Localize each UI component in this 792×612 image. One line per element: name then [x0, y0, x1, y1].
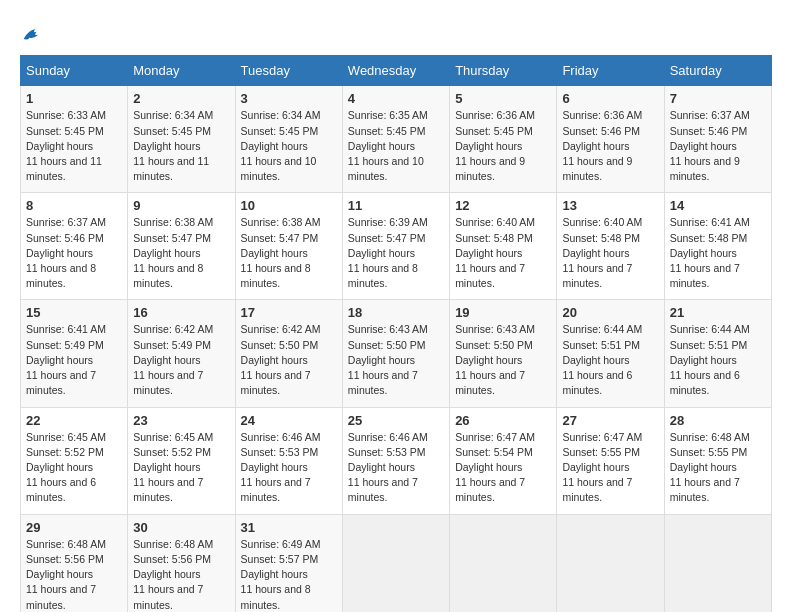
daylight-label: Daylight hours — [562, 461, 629, 473]
cell-info: Sunrise: 6:35 AMSunset: 5:45 PMDaylight … — [348, 108, 444, 184]
calendar-cell — [664, 514, 771, 612]
sunrise-time: 6:40 AM — [604, 216, 643, 228]
sunset-time: 5:45 PM — [386, 125, 425, 137]
header-monday: Monday — [128, 56, 235, 86]
cell-info: Sunrise: 6:33 AMSunset: 5:45 PMDaylight … — [26, 108, 122, 184]
sunset-label: Sunset: — [241, 446, 280, 458]
daylight-label: Daylight hours — [562, 354, 629, 366]
calendar-cell: 28Sunrise: 6:48 AMSunset: 5:55 PMDayligh… — [664, 407, 771, 514]
day-number: 3 — [241, 91, 337, 106]
sunrise-time: 6:46 AM — [282, 431, 321, 443]
sunrise-label: Sunrise: — [562, 216, 603, 228]
sunset-label: Sunset: — [241, 339, 280, 351]
sunrise-label: Sunrise: — [133, 538, 174, 550]
calendar-cell: 5Sunrise: 6:36 AMSunset: 5:45 PMDaylight… — [450, 86, 557, 193]
day-number: 30 — [133, 520, 229, 535]
daylight-label: Daylight hours — [670, 461, 737, 473]
cell-info: Sunrise: 6:34 AMSunset: 5:45 PMDaylight … — [241, 108, 337, 184]
sunset-label: Sunset: — [562, 339, 601, 351]
sunset-time: 5:50 PM — [279, 339, 318, 351]
day-number: 1 — [26, 91, 122, 106]
daylight-label: Daylight hours — [348, 461, 415, 473]
sunrise-label: Sunrise: — [133, 431, 174, 443]
day-number: 24 — [241, 413, 337, 428]
sunrise-time: 6:43 AM — [497, 323, 536, 335]
day-number: 8 — [26, 198, 122, 213]
daylight-label: Daylight hours — [26, 247, 93, 259]
sunrise-time: 6:45 AM — [67, 431, 106, 443]
sunset-label: Sunset: — [562, 125, 601, 137]
sunrise-time: 6:48 AM — [67, 538, 106, 550]
sunset-time: 5:55 PM — [601, 446, 640, 458]
calendar-week-5: 29Sunrise: 6:48 AMSunset: 5:56 PMDayligh… — [21, 514, 772, 612]
sunset-time: 5:47 PM — [279, 232, 318, 244]
sunset-label: Sunset: — [455, 446, 494, 458]
sunset-time: 5:50 PM — [386, 339, 425, 351]
sunset-time: 5:48 PM — [708, 232, 747, 244]
header-sunday: Sunday — [21, 56, 128, 86]
daylight-duration: 11 hours and 11 minutes. — [26, 155, 102, 182]
sunset-time: 5:47 PM — [172, 232, 211, 244]
sunrise-time: 6:39 AM — [389, 216, 428, 228]
sunrise-time: 6:38 AM — [282, 216, 321, 228]
sunrise-time: 6:47 AM — [604, 431, 643, 443]
daylight-label: Daylight hours — [348, 354, 415, 366]
sunrise-label: Sunrise: — [670, 216, 711, 228]
calendar-cell: 13Sunrise: 6:40 AMSunset: 5:48 PMDayligh… — [557, 193, 664, 300]
sunrise-time: 6:45 AM — [175, 431, 214, 443]
calendar-cell: 23Sunrise: 6:45 AMSunset: 5:52 PMDayligh… — [128, 407, 235, 514]
daylight-label: Daylight hours — [133, 568, 200, 580]
daylight-duration: 11 hours and 7 minutes. — [562, 476, 632, 503]
sunrise-label: Sunrise: — [670, 431, 711, 443]
header-saturday: Saturday — [664, 56, 771, 86]
day-number: 31 — [241, 520, 337, 535]
sunrise-label: Sunrise: — [348, 109, 389, 121]
sunset-time: 5:56 PM — [172, 553, 211, 565]
calendar-cell: 25Sunrise: 6:46 AMSunset: 5:53 PMDayligh… — [342, 407, 449, 514]
calendar-cell: 9Sunrise: 6:38 AMSunset: 5:47 PMDaylight… — [128, 193, 235, 300]
calendar-cell: 7Sunrise: 6:37 AMSunset: 5:46 PMDaylight… — [664, 86, 771, 193]
sunset-time: 5:52 PM — [65, 446, 104, 458]
sunrise-label: Sunrise: — [348, 323, 389, 335]
sunset-time: 5:46 PM — [65, 232, 104, 244]
sunset-label: Sunset: — [133, 339, 172, 351]
sunrise-label: Sunrise: — [241, 431, 282, 443]
sunrise-time: 6:48 AM — [711, 431, 750, 443]
day-number: 21 — [670, 305, 766, 320]
day-number: 27 — [562, 413, 658, 428]
cell-info: Sunrise: 6:48 AMSunset: 5:56 PMDaylight … — [133, 537, 229, 612]
day-number: 11 — [348, 198, 444, 213]
daylight-duration: 11 hours and 6 minutes. — [562, 369, 632, 396]
sunset-time: 5:45 PM — [279, 125, 318, 137]
sunset-time: 5:52 PM — [172, 446, 211, 458]
sunrise-label: Sunrise: — [562, 323, 603, 335]
sunrise-time: 6:42 AM — [175, 323, 214, 335]
daylight-label: Daylight hours — [670, 354, 737, 366]
day-number: 28 — [670, 413, 766, 428]
day-number: 2 — [133, 91, 229, 106]
sunrise-label: Sunrise: — [26, 538, 67, 550]
daylight-duration: 11 hours and 7 minutes. — [241, 369, 311, 396]
daylight-label: Daylight hours — [562, 140, 629, 152]
sunrise-label: Sunrise: — [26, 109, 67, 121]
sunset-label: Sunset: — [562, 446, 601, 458]
cell-info: Sunrise: 6:40 AMSunset: 5:48 PMDaylight … — [455, 215, 551, 291]
sunset-time: 5:45 PM — [494, 125, 533, 137]
daylight-label: Daylight hours — [348, 247, 415, 259]
sunrise-label: Sunrise: — [670, 323, 711, 335]
sunrise-label: Sunrise: — [133, 323, 174, 335]
daylight-duration: 11 hours and 8 minutes. — [348, 262, 418, 289]
sunset-label: Sunset: — [241, 553, 280, 565]
sunrise-time: 6:35 AM — [389, 109, 428, 121]
sunset-label: Sunset: — [455, 232, 494, 244]
daylight-duration: 11 hours and 8 minutes. — [241, 262, 311, 289]
daylight-label: Daylight hours — [455, 247, 522, 259]
daylight-duration: 11 hours and 7 minutes. — [455, 476, 525, 503]
sunrise-label: Sunrise: — [455, 323, 496, 335]
cell-info: Sunrise: 6:45 AMSunset: 5:52 PMDaylight … — [26, 430, 122, 506]
calendar-week-1: 1Sunrise: 6:33 AMSunset: 5:45 PMDaylight… — [21, 86, 772, 193]
cell-info: Sunrise: 6:41 AMSunset: 5:49 PMDaylight … — [26, 322, 122, 398]
sunrise-time: 6:41 AM — [711, 216, 750, 228]
daylight-duration: 11 hours and 9 minutes. — [670, 155, 740, 182]
daylight-label: Daylight hours — [455, 354, 522, 366]
